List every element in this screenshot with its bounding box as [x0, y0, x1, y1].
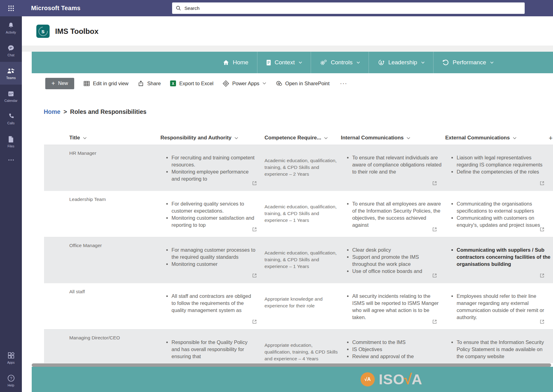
expand-cell-icon[interactable]	[539, 227, 545, 232]
chevron-down-icon	[324, 136, 328, 139]
column-header-label: Competence Require...	[264, 135, 321, 141]
rail-item-calls[interactable]: Calls	[0, 107, 22, 130]
apps-icon	[7, 351, 15, 359]
breadcrumb-home-link[interactable]: Home	[44, 108, 60, 115]
expand-cell-icon[interactable]	[539, 181, 545, 186]
horizontal-scrollbar[interactable]	[32, 363, 551, 367]
search-input[interactable]	[184, 5, 499, 11]
command-label: Export to Excel	[179, 81, 213, 86]
share-icon	[138, 80, 144, 86]
edit-in-grid-view-button[interactable]: Edit in grid view	[83, 81, 129, 86]
app-rail-bottom: Apps?Help	[0, 346, 22, 392]
calls-icon	[7, 113, 15, 120]
column-header-internal-communications[interactable]: Internal Communications	[341, 135, 410, 141]
list-row[interactable]: Managing Director/CEOResponsible for the…	[44, 329, 553, 363]
rail-item-apps[interactable]: Apps	[0, 346, 22, 369]
app-title: IMS Toolbox	[55, 27, 99, 36]
svg-text:S: S	[278, 82, 280, 85]
calendar-icon	[7, 90, 15, 98]
waffle-menu-icon[interactable]	[0, 0, 22, 16]
column-header-responsibility-and-authority[interactable]: Responsibility and Authority	[160, 135, 238, 141]
nav-item-context[interactable]: Context	[257, 52, 311, 73]
column-header-external-communications[interactable]: External Communications	[445, 135, 517, 141]
column-header-label: Responsibility and Authority	[160, 135, 232, 141]
grid-view-icon	[83, 81, 90, 86]
search-box[interactable]	[172, 2, 525, 14]
sharepoint-icon: S	[276, 80, 282, 87]
rail-item-activity[interactable]: Activity	[0, 16, 22, 39]
teams-top-bar: Microsoft Teams	[0, 0, 553, 16]
list-row[interactable]: Leadership TeamFor delivering quality se…	[44, 191, 553, 237]
document-icon	[266, 59, 271, 66]
list-row[interactable]: Office ManagerFor managing customer proc…	[44, 237, 553, 283]
command-label: Power Apps	[232, 81, 259, 86]
cell-ext: Employees should refer to their line man…	[451, 293, 551, 321]
expand-cell-icon[interactable]	[252, 319, 257, 324]
list-row[interactable]: All staffAll staff and contractors are o…	[44, 283, 553, 329]
nav-item-label: Leadership	[388, 59, 417, 66]
help-icon: ?	[7, 374, 15, 382]
rail-item-label: Activity	[6, 30, 16, 34]
share-button[interactable]: Share	[138, 80, 161, 86]
cell-ext: Communicating the organisations specific…	[451, 200, 551, 229]
product-title: Microsoft Teams	[31, 5, 80, 12]
isova-badge-icon: √A	[361, 372, 375, 386]
column-header-competence-require[interactable]: Competence Require...	[264, 135, 328, 141]
bullet-item: Monitoring employee performance and repo…	[172, 168, 256, 182]
expand-cell-icon[interactable]	[252, 181, 257, 186]
expand-cell-icon[interactable]	[432, 227, 437, 232]
column-header-label: External Communications	[445, 135, 510, 141]
nav-item-leadership[interactable]: Leadership	[369, 52, 433, 73]
expand-cell-icon[interactable]	[252, 227, 257, 232]
command-label: Edit in grid view	[93, 81, 129, 86]
column-header-label: Internal Communications	[341, 135, 404, 141]
tab-header: s IMS Toolbox	[36, 25, 99, 38]
page-title: Roles and Responsibilities	[70, 108, 147, 115]
leadership-icon	[377, 59, 385, 66]
more-icon	[7, 158, 15, 162]
bullet-item: To ensure that all employees are aware o…	[352, 200, 442, 229]
bullet-item: Commitment to the IMS	[352, 339, 442, 346]
export-to-excel-button[interactable]: XExport to Excel	[170, 80, 213, 86]
rail-item-calendar[interactable]: Calendar	[0, 85, 22, 107]
expand-cell-icon[interactable]	[432, 319, 437, 324]
svg-text:?: ?	[10, 376, 12, 381]
expand-cell-icon[interactable]	[432, 273, 437, 278]
list-header: + TitleResponsibility and AuthorityCompe…	[0, 132, 553, 145]
rail-item-help[interactable]: ?Help	[0, 369, 22, 392]
column-header-title[interactable]: Title	[69, 135, 87, 141]
open-in-sharepoint-button[interactable]: SOpen in SharePoint	[276, 80, 329, 87]
cell-competence: Academic education, qualification, train…	[264, 157, 339, 178]
rail-item-chat[interactable]: Chat	[0, 39, 22, 62]
cell-title: Office Manager	[69, 243, 102, 248]
bullet-item: Support and promote the IMS throughout t…	[352, 254, 442, 268]
expand-cell-icon[interactable]	[432, 181, 437, 186]
expand-cell-icon[interactable]	[539, 273, 545, 278]
sharepoint-app-icon: s	[36, 25, 50, 38]
chat-icon	[7, 44, 15, 52]
brand-iso: ISO	[379, 372, 405, 386]
list-row[interactable]: HR ManagerFor recruiting and training co…	[44, 145, 553, 191]
expand-cell-icon[interactable]	[252, 273, 257, 278]
nav-item-controls[interactable]: Controls	[311, 52, 369, 73]
nav-item-performance[interactable]: Performance	[433, 52, 502, 73]
chevron-down-icon	[513, 136, 517, 139]
chevron-down-icon	[83, 136, 87, 139]
rail-item-teams[interactable]: Teams	[0, 62, 22, 85]
power-apps-button[interactable]: Power Apps	[223, 80, 266, 87]
new-button[interactable]: + New	[45, 78, 74, 89]
cell-title: HR Manager	[69, 150, 96, 156]
chevron-down-icon	[234, 136, 238, 139]
more-commands-button[interactable]: ···	[339, 80, 349, 87]
add-column-button[interactable]: +	[549, 134, 553, 142]
cell-int: Clear desk policySupport and promote the…	[347, 246, 442, 275]
waffle-icon	[8, 5, 14, 12]
rail-item-more[interactable]	[0, 153, 22, 167]
brand-check-icon: √	[404, 372, 412, 386]
plus-icon: +	[51, 80, 55, 86]
cell-ext: Communicating with suppliers / Sub contr…	[451, 246, 551, 268]
nav-item-home[interactable]: Home	[214, 52, 257, 73]
breadcrumb-separator: >	[63, 108, 67, 115]
bullet-item: Communicating with customers on enquiry'…	[457, 214, 551, 229]
expand-cell-icon[interactable]	[539, 319, 545, 324]
